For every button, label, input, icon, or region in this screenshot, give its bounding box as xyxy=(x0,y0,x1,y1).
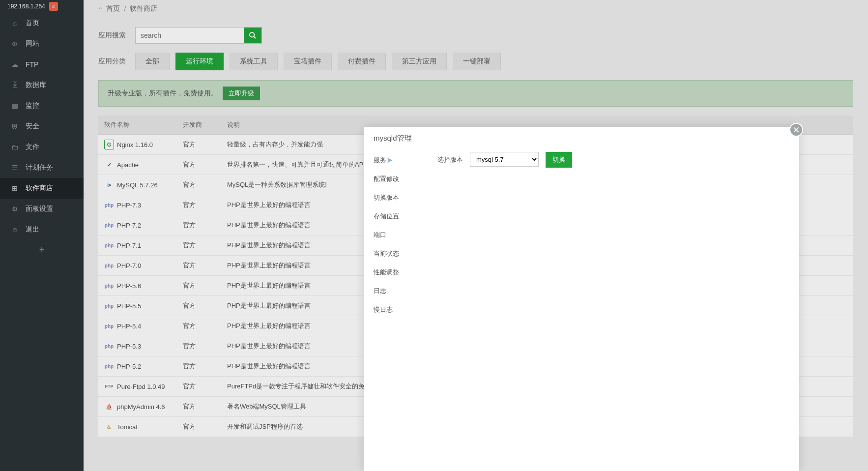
mysqld-modal: mysqld管理 ➤ 服务配置修改切换版本存储位置端口当前状态性能调整日志慢日志… xyxy=(364,127,799,471)
modal-tab-3[interactable]: 存储位置 xyxy=(364,207,428,226)
modal-tab-1[interactable]: 配置修改 xyxy=(364,170,428,188)
switch-button[interactable]: 切换 xyxy=(546,152,572,168)
modal-sidebar: ➤ 服务配置修改切换版本存储位置端口当前状态性能调整日志慢日志 xyxy=(364,147,428,471)
close-icon xyxy=(793,126,800,133)
version-label: 选择版本 xyxy=(437,152,463,164)
modal-tab-8[interactable]: 慢日志 xyxy=(364,300,428,319)
modal-body: ➤ 服务配置修改切换版本存储位置端口当前状态性能调整日志慢日志 选择版本 mys… xyxy=(364,147,799,471)
modal-tab-5[interactable]: 当前状态 xyxy=(364,244,428,263)
modal-close-button[interactable] xyxy=(789,123,803,137)
modal-title: mysqld管理 xyxy=(364,127,799,147)
modal-tab-4[interactable]: 端口 xyxy=(364,226,428,244)
version-select[interactable]: mysql 5.7 xyxy=(470,152,539,167)
modal-tab-0[interactable]: 服务 xyxy=(364,151,428,170)
modal-tab-2[interactable]: 切换版本 xyxy=(364,188,428,207)
modal-tab-6[interactable]: 性能调整 xyxy=(364,263,428,282)
modal-tab-7[interactable]: 日志 xyxy=(364,282,428,300)
modal-content: 选择版本 mysql 5.7 切换 xyxy=(428,147,799,471)
